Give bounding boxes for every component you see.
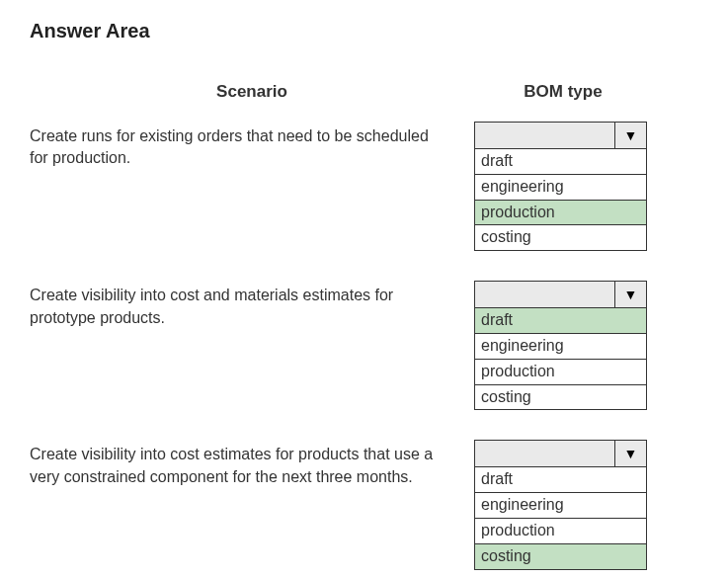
header-bom: BOM type	[474, 82, 652, 102]
dropdown-head[interactable]: ▼	[474, 440, 647, 467]
chevron-down-icon: ▼	[624, 287, 638, 302]
table-row: Create visibility into cost and material…	[30, 281, 698, 410]
dropdown-option[interactable]: draft	[474, 149, 647, 175]
scenario-text: Create visibility into cost estimates fo…	[30, 440, 474, 488]
bom-dropdown[interactable]: ▼draftengineeringproductioncosting	[474, 281, 647, 410]
dropdown-head[interactable]: ▼	[474, 281, 647, 308]
dropdown-option[interactable]: draft	[474, 308, 647, 334]
dropdown-option[interactable]: costing	[474, 225, 647, 251]
chevron-down-icon: ▼	[624, 446, 638, 461]
dropdown-option[interactable]: production	[474, 519, 647, 544]
bom-dropdown[interactable]: ▼draftengineeringproductioncosting	[474, 122, 647, 251]
dropdown-arrow-cell[interactable]: ▼	[614, 123, 646, 148]
dropdown-option[interactable]: engineering	[474, 175, 647, 201]
dropdown-option[interactable]: production	[474, 201, 647, 226]
column-headers: Scenario BOM type	[30, 82, 698, 102]
dropdown-head[interactable]: ▼	[474, 122, 647, 149]
header-scenario: Scenario	[30, 82, 474, 102]
dropdown-option[interactable]: costing	[474, 544, 647, 570]
dropdown-arrow-cell[interactable]: ▼	[614, 441, 646, 466]
dropdown-option[interactable]: engineering	[474, 493, 647, 519]
dropdown-arrow-cell[interactable]: ▼	[614, 282, 646, 307]
table-row: Create runs for existing orders that nee…	[30, 122, 698, 251]
dropdown-option[interactable]: draft	[474, 467, 647, 493]
dropdown-option[interactable]: costing	[474, 385, 647, 411]
dropdown-option[interactable]: engineering	[474, 334, 647, 360]
chevron-down-icon: ▼	[624, 127, 638, 143]
page-title: Answer Area	[30, 20, 698, 42]
scenario-text: Create visibility into cost and material…	[30, 281, 474, 329]
dropdown-option[interactable]: production	[474, 360, 647, 385]
scenario-text: Create runs for existing orders that nee…	[30, 122, 474, 170]
bom-dropdown[interactable]: ▼draftengineeringproductioncosting	[474, 440, 647, 569]
table-row: Create visibility into cost estimates fo…	[30, 440, 698, 569]
